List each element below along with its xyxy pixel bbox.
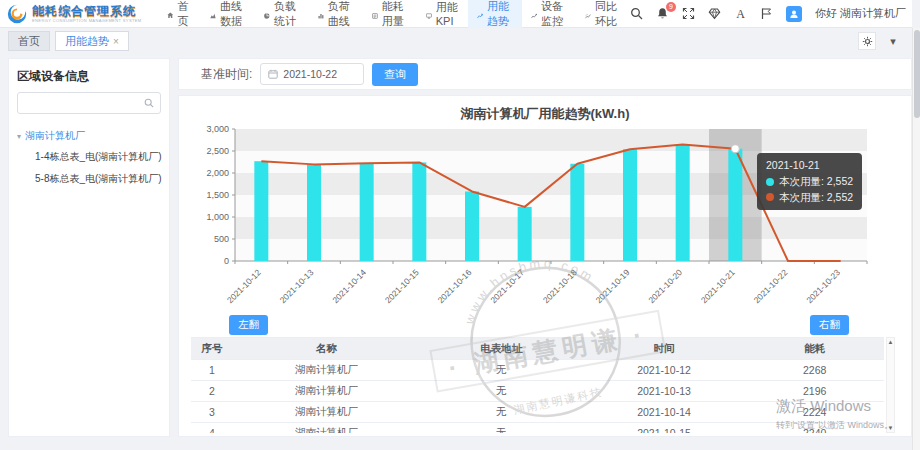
device-tree: ▾ 湖南计算机厂 1-4栋总表_电(湖南计算机厂)5-8栋总表_电(湖南计算机厂… (9, 126, 169, 190)
bar[interactable] (412, 162, 426, 261)
page-scrollbar[interactable] (912, 28, 920, 450)
nav-item-1[interactable]: 曲线数据 (201, 0, 255, 28)
table-cell: 湖南计算机厂 (233, 363, 420, 377)
monitor-icon (531, 9, 537, 19)
user-greeting[interactable]: 你好 湖南计算机厂 (815, 6, 906, 21)
home-icon (167, 9, 174, 19)
table-row[interactable]: 2湖南计算机厂无2021-10-132196 (191, 381, 884, 402)
bar[interactable] (676, 144, 690, 261)
nav-item-label: 负荷曲线 (328, 0, 354, 29)
base-time-label: 基准时间: (201, 66, 252, 83)
table-row[interactable]: 3湖南计算机厂无2021-10-142224 (191, 402, 884, 423)
pie-icon (264, 9, 270, 19)
bars-icon (318, 9, 324, 19)
table-header-cell: 序号 (191, 342, 233, 356)
nav-item-3[interactable]: 负荷曲线 (309, 0, 363, 28)
theme-gem-icon[interactable] (708, 7, 721, 20)
x-tick-label: 2021-10-14 (330, 267, 368, 305)
nav-item-4[interactable]: 能耗用量 (363, 0, 417, 28)
table-cell: 无 (420, 363, 583, 377)
base-date-picker[interactable]: 2021-10-22 (260, 63, 364, 85)
y-tick-label: 2,000 (206, 168, 229, 178)
x-tick-label: 2021-10-13 (278, 267, 316, 305)
nav-item-6[interactable]: 用能趋势 (468, 0, 522, 28)
trend-chart[interactable]: 05001,0001,5002,0002,5003,0002021-10-122… (191, 122, 881, 307)
nav-item-7[interactable]: 设备监控 (522, 0, 576, 28)
tags-view-bar: 首页 用能趋势 × ▾ (0, 28, 912, 54)
x-tick-label: 2021-10-19 (594, 267, 632, 305)
x-tick-label: 2021-10-20 (646, 267, 684, 305)
nav-item-2[interactable]: 负载统计 (255, 0, 309, 28)
gear-icon[interactable] (858, 32, 876, 50)
compare-icon (585, 9, 591, 19)
scroll-down-icon[interactable]: ▼ (888, 424, 894, 432)
hover-point (731, 145, 739, 153)
tooltip-series-row: 本次用量: 2,552 (766, 190, 853, 206)
table-scrollbar[interactable]: ▲ ▼ (886, 337, 895, 433)
table-cell: 2 (191, 385, 233, 397)
table-cell: 2021-10-12 (583, 364, 746, 376)
tree-search-box[interactable] (17, 92, 161, 114)
bar[interactable] (254, 161, 268, 261)
table-cell: 无 (420, 405, 583, 419)
caret-down-icon[interactable]: ▾ (17, 132, 21, 141)
language-flag-icon[interactable] (760, 7, 773, 20)
table-header-row: 序号名称电表地址时间能耗 (191, 338, 884, 360)
scroll-up-icon[interactable]: ▲ (888, 338, 894, 346)
page-right-button[interactable]: 右翻 (810, 315, 849, 335)
nav-item-label: 设备监控 (541, 0, 567, 29)
y-tick-label: 1,500 (206, 190, 229, 200)
table-header-cell: 电表地址 (420, 342, 583, 356)
tree-leaf-meter-0[interactable]: 1-4栋总表_电(湖南计算机厂) (9, 146, 169, 168)
search-icon[interactable] (630, 7, 643, 20)
tree-node-factory[interactable]: ▾ 湖南计算机厂 (9, 126, 169, 146)
tree-search-input[interactable] (24, 98, 144, 109)
nav-item-0[interactable]: 首页 (158, 0, 201, 28)
table-cell: 2240 (745, 427, 884, 433)
nav-item-label: 能耗用量 (382, 0, 408, 29)
table-cell: 无 (420, 426, 583, 433)
x-tick-label: 2021-10-21 (699, 267, 737, 305)
bar[interactable] (623, 149, 637, 261)
sidebar-title: 区域设备信息 (9, 59, 169, 92)
y-tick-label: 500 (214, 234, 229, 244)
query-button[interactable]: 查询 (372, 63, 418, 86)
y-tick-label: 3,000 (206, 124, 229, 134)
nav-item-8[interactable]: 同比环比 (576, 0, 630, 28)
svg-text:A: A (736, 7, 745, 20)
table-cell: 2021-10-14 (583, 406, 746, 418)
tab-home[interactable]: 首页 (8, 31, 50, 51)
page-left-button[interactable]: 左翻 (229, 315, 268, 335)
table-cell: 2268 (745, 364, 884, 376)
tree-node-factory-label: 湖南计算机厂 (25, 129, 85, 143)
search-icon (144, 98, 154, 108)
page-scrollbar-thumb[interactable] (914, 30, 920, 118)
tree-leaf-meter-1[interactable]: 5-8栋总表_电(湖南计算机厂) (9, 168, 169, 190)
user-avatar[interactable] (786, 6, 802, 22)
tooltip-date: 2021-10-21 (766, 158, 853, 174)
tab-energy-trend[interactable]: 用能趋势 × (55, 31, 129, 51)
table-row[interactable]: 4湖南计算机厂无2021-10-152240 (191, 423, 884, 433)
nav-item-5[interactable]: 用能KPI (417, 0, 468, 28)
table-row[interactable]: 1湖南计算机厂无2021-10-122268 (191, 360, 884, 381)
chevron-down-icon[interactable]: ▾ (884, 32, 902, 50)
x-tick-label: 2021-10-22 (752, 267, 790, 305)
font-size-icon[interactable]: A (734, 7, 747, 20)
close-icon[interactable]: × (113, 36, 119, 47)
chart-tooltip: 2021-10-21 本次用量: 2,552本次用量: 2,552 (757, 153, 862, 210)
tooltip-series-row: 本次用量: 2,552 (766, 174, 853, 190)
fullscreen-icon[interactable] (682, 7, 695, 20)
table-cell: 湖南计算机厂 (233, 426, 420, 433)
table-header-cell: 能耗 (745, 342, 884, 356)
notifications-bell-icon[interactable]: 9 (656, 7, 669, 20)
bar[interactable] (360, 163, 374, 261)
bar[interactable] (518, 207, 532, 261)
y-tick-label: 2,500 (206, 146, 229, 156)
base-date-value: 2021-10-22 (283, 68, 337, 80)
bar[interactable] (728, 149, 742, 261)
bar[interactable] (307, 164, 321, 261)
calendar-icon (268, 69, 278, 79)
bar[interactable] (465, 191, 479, 261)
bar[interactable] (570, 164, 584, 261)
logo-swirl-icon (6, 3, 28, 25)
